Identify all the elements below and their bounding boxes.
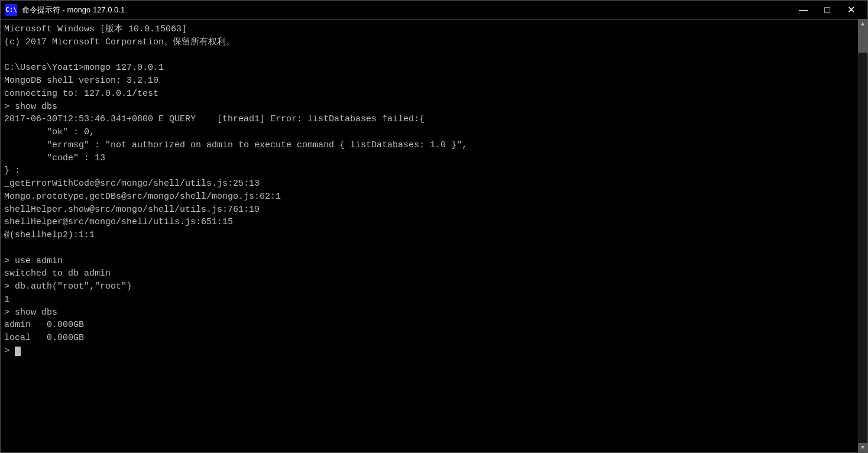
content-area: Microsoft Windows [版本 10.0.15063] (c) 20…: [1, 20, 867, 452]
window-title: 命令提示符 - mongo 127.0.0.1: [22, 5, 792, 15]
minimize-button[interactable]: —: [792, 1, 815, 20]
terminal-text: Microsoft Windows [版本 10.0.15063] (c) 20…: [4, 23, 854, 358]
scroll-thumb[interactable]: [858, 29, 867, 53]
maximize-button[interactable]: □: [815, 1, 839, 20]
scroll-track: [858, 29, 867, 443]
terminal-output[interactable]: Microsoft Windows [版本 10.0.15063] (c) 20…: [1, 20, 858, 452]
scroll-up-button[interactable]: ▲: [858, 20, 867, 29]
close-button[interactable]: ✕: [839, 1, 863, 20]
cmd-window: C:\ 命令提示符 - mongo 127.0.0.1 — □ ✕ Micros…: [0, 0, 868, 453]
window-controls: — □ ✕: [792, 1, 863, 20]
scroll-down-button[interactable]: ▼: [858, 443, 867, 452]
window-icon: C:\: [5, 4, 17, 16]
scrollbar[interactable]: ▲ ▼: [858, 20, 867, 452]
cursor: [15, 347, 21, 356]
title-bar: C:\ 命令提示符 - mongo 127.0.0.1 — □ ✕: [1, 1, 867, 20]
